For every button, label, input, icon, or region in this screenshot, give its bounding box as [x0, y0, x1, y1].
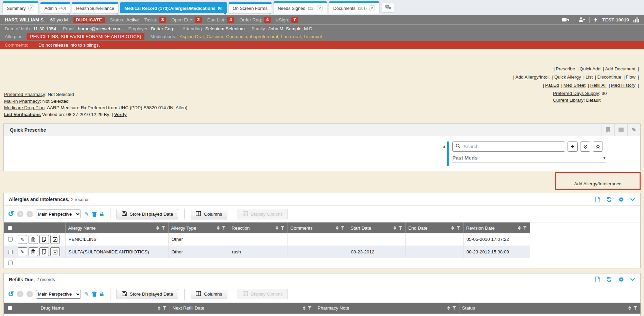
open-enc-badge[interactable]: 2	[195, 17, 202, 23]
medication-link[interactable]: Coumadin	[226, 34, 247, 39]
calendar-check-icon[interactable]	[50, 235, 60, 244]
sort-icon[interactable]	[628, 306, 631, 310]
quick-add-link[interactable]: Quick Add	[580, 66, 601, 71]
sort-icon[interactable]	[451, 226, 454, 230]
new-document-icon[interactable]	[595, 277, 600, 282]
filter-icon[interactable]	[163, 306, 167, 310]
sort-icon[interactable]	[394, 226, 396, 230]
lock-icon[interactable]	[100, 212, 104, 217]
medication-link[interactable]: Lisinopril	[303, 34, 321, 39]
current-library-link[interactable]: Current Library	[553, 98, 584, 103]
filter-icon[interactable]	[633, 306, 638, 310]
refresh-icon[interactable]	[606, 277, 612, 282]
external-link-icon[interactable]	[317, 5, 323, 11]
filter-icon[interactable]	[341, 226, 345, 230]
email-value[interactable]: horner@mieweb.com	[78, 26, 122, 31]
tab-needs-signed[interactable]: Needs Signed (12)	[274, 1, 327, 14]
refresh-icon[interactable]	[606, 197, 612, 202]
note-icon[interactable]	[39, 235, 49, 244]
collapse-all-icon[interactable]	[593, 142, 603, 152]
sort-icon[interactable]	[336, 226, 338, 230]
trash-icon[interactable]	[92, 292, 97, 297]
collapse-left-icon[interactable]: ◀	[442, 145, 445, 166]
expand-all-icon[interactable]	[580, 142, 590, 152]
new-row-checkbox[interactable]	[8, 261, 13, 265]
prescribe-link[interactable]: Prescribe	[556, 66, 575, 71]
refill-all-link[interactable]: Refill All	[590, 83, 606, 88]
filter-icon[interactable]	[456, 226, 460, 230]
filter-icon[interactable]	[452, 306, 456, 310]
tab-admin[interactable]: Admin (40)	[40, 2, 70, 13]
trash-icon[interactable]	[29, 247, 38, 256]
collapse-section-icon[interactable]	[630, 198, 635, 201]
collapse-section-icon[interactable]	[630, 278, 635, 281]
duplicate-flag[interactable]: DUPLICATE	[73, 17, 105, 23]
prev-perspective-icon[interactable]: ‹	[17, 211, 23, 217]
perspective-select[interactable]: Main Perspective	[36, 210, 81, 218]
video-camera-icon[interactable]	[562, 17, 569, 22]
undo-icon[interactable]: ↺	[8, 290, 14, 298]
lightning-icon[interactable]	[594, 17, 598, 23]
select-all-checkbox[interactable]	[8, 226, 12, 230]
sort-icon[interactable]	[276, 226, 278, 230]
trash-icon[interactable]	[92, 212, 97, 217]
past-meds-dropdown[interactable]: Past Meds ▼	[452, 155, 606, 163]
tab-health-surveillance[interactable]: Health Surveillance	[72, 2, 118, 13]
list-verifications-link[interactable]: List Verifications	[4, 112, 41, 117]
edit-pencil-icon[interactable]: ✎	[18, 247, 27, 256]
add-document-link[interactable]: Add Document	[605, 66, 635, 71]
new-document-icon[interactable]	[595, 197, 600, 202]
edit-pencil-icon[interactable]: ✎	[84, 211, 89, 218]
med-history-link[interactable]: Med History	[611, 83, 636, 88]
next-perspective-icon[interactable]: ›	[27, 211, 33, 217]
medication-link[interactable]: Lasix oral	[281, 34, 301, 39]
quick-allergy-link[interactable]: Quick Allergy	[554, 74, 581, 80]
medication-link[interactable]: Aspirin Oral	[179, 34, 204, 39]
calendar-check-icon[interactable]	[50, 247, 60, 256]
next-perspective-icon[interactable]: ›	[27, 291, 33, 297]
medication-link[interactable]: Calcium	[207, 34, 223, 39]
edit-pencil-icon[interactable]: ✎	[18, 235, 27, 244]
tasks-badge[interactable]: 3	[159, 17, 166, 23]
order-req-badge[interactable]: 4	[264, 17, 271, 23]
sort-icon[interactable]	[156, 226, 159, 230]
list-link[interactable]: List	[586, 74, 593, 80]
add-person-icon[interactable]	[578, 17, 585, 22]
sort-icon[interactable]	[217, 226, 220, 230]
gear-icon[interactable]	[618, 197, 624, 202]
store-displayed-data-button[interactable]: Store Displayed Data	[117, 209, 178, 219]
select-all-checkbox[interactable]	[8, 306, 12, 310]
tab-on-screen-forms[interactable]: On Screen Forms	[229, 2, 272, 13]
mailin-pharmacy-link[interactable]: Mail-In Pharmacy	[4, 99, 40, 104]
filter-icon[interactable]	[523, 226, 527, 230]
preferred-pharmacy-link[interactable]: Preferred Pharmacy	[4, 92, 45, 97]
row-checkbox[interactable]	[8, 250, 13, 254]
add-allergy-intolerance-link[interactable]: Add Allergy/Intolerance	[574, 181, 622, 186]
note-icon[interactable]	[39, 247, 49, 256]
external-link-icon[interactable]	[28, 5, 34, 11]
edit-pencil-icon[interactable]: ✎	[627, 124, 640, 136]
medication-search-input[interactable]	[463, 144, 562, 150]
preferred-days-supply-link[interactable]: Preferred Days Supply	[553, 91, 599, 96]
allergies-value[interactable]: PENICILLINS, SULFA(SULFONAMIDE ANTIBIOTI…	[27, 33, 144, 40]
columns-button[interactable]: Columns	[191, 209, 227, 219]
row-checkbox[interactable]	[8, 237, 13, 242]
sort-icon[interactable]	[518, 226, 521, 230]
store-displayed-data-button[interactable]: Store Displayed Data	[117, 289, 178, 299]
filter-icon[interactable]	[161, 226, 166, 230]
due-list-badge[interactable]: 4	[227, 17, 234, 23]
discontinue-link[interactable]: Discontinue	[597, 74, 621, 80]
add-allergy-intol-link[interactable]: Add Allergy/Intol.	[515, 74, 550, 80]
tab-documents[interactable]: Documents (281)	[329, 1, 379, 14]
gear-icon[interactable]	[618, 277, 624, 282]
trash-icon[interactable]	[29, 235, 38, 244]
prev-perspective-icon[interactable]: ‹	[17, 291, 23, 297]
med-sheet-link[interactable]: Med Sheet	[563, 83, 586, 88]
book-icon[interactable]	[614, 124, 627, 136]
edit-pencil-icon[interactable]: ✎	[84, 290, 89, 298]
sort-icon[interactable]	[158, 306, 160, 310]
sort-icon[interactable]	[447, 306, 450, 310]
filter-icon[interactable]	[222, 226, 226, 230]
medicare-plan-link[interactable]: Medicare Drug Plan	[4, 105, 45, 110]
verify-link[interactable]: Verify	[114, 112, 127, 117]
